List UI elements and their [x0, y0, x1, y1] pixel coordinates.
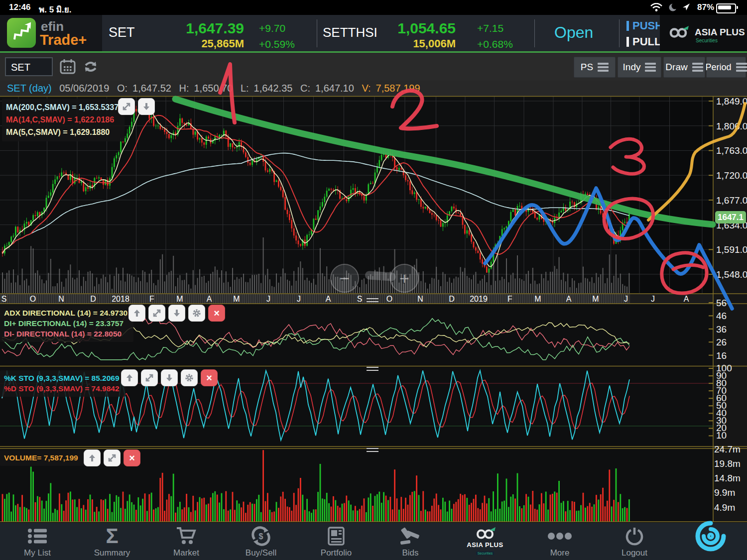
app-logo: efin Trade+	[0, 15, 102, 51]
open-value: 1,647.52	[132, 83, 171, 94]
volume-value: 7,587,199	[376, 83, 420, 94]
setthsi-value: 15,006M	[391, 37, 456, 50]
broker-name: ASIA PLUS	[695, 27, 745, 38]
push-button[interactable]: PUSH	[626, 19, 663, 32]
app-screen: 12:46 พ. 5 มิ.ย. 87% efin Trade+ SET 1,6…	[0, 0, 747, 560]
last-price-badge: 1647.1	[715, 211, 746, 224]
di-minus-label: DI- DIRECTIONAL (14) = 22.8050	[4, 329, 127, 339]
divider	[317, 19, 317, 47]
set-value: 25,865M	[177, 37, 244, 50]
clock: 12:46	[9, 2, 30, 12]
move-down-button[interactable]	[161, 369, 178, 386]
asiaplus-infinity-icon	[663, 24, 694, 42]
sto-k-label: %K STO (9,3,3,SMAV) = 85.2069	[4, 373, 120, 383]
volume-legend: VOLUME= 7,587,199	[0, 450, 84, 466]
move-down-button[interactable]	[168, 305, 185, 322]
ma5-label: MA(5,C,SMAV) = 1,629.1880	[6, 126, 119, 138]
wifi-icon	[650, 3, 662, 12]
svg-text:$: $	[259, 532, 263, 541]
gavel-icon	[380, 526, 440, 547]
zoom-in-button[interactable]: +	[390, 264, 419, 293]
portfolio-icon	[306, 526, 366, 547]
refresh-icon[interactable]	[83, 59, 99, 74]
settings-button[interactable]	[181, 369, 198, 386]
nav-bids[interactable]: Bids	[380, 526, 440, 558]
broker-sub: Securities	[696, 38, 718, 43]
asiaplus-logo	[455, 526, 515, 543]
nav-asiaplus[interactable]: ASIA PLUS Securities	[455, 526, 515, 557]
nav-buy-sell[interactable]: $ Buy/Sell	[231, 526, 291, 558]
setthsi-change-pct: +0.68%	[477, 38, 513, 50]
high-value: 1,650.70	[194, 83, 233, 94]
close-panel-button[interactable]: ×	[208, 305, 225, 322]
ps-button[interactable]: PS	[574, 57, 616, 78]
sigma-icon: Σ	[82, 526, 142, 547]
setthsi-price: 1,054.65	[391, 20, 456, 37]
chart-date: 05/06/2019	[59, 83, 109, 94]
divider	[534, 19, 535, 47]
ellipsis-icon	[530, 526, 590, 547]
expand-panel-button[interactable]	[118, 98, 135, 115]
menu-icon	[598, 61, 609, 73]
power-icon	[605, 526, 664, 547]
expand-panel-button[interactable]	[104, 449, 121, 466]
nav-portfolio[interactable]: Portfolio	[306, 526, 366, 558]
low-value: 1,642.35	[254, 83, 293, 94]
efin-swirl-icon	[683, 526, 738, 547]
app-header: efin Trade+ SET 1,647.39 +9.70 25,865M +…	[0, 15, 747, 51]
chart-symbol: SET (day)	[7, 83, 52, 94]
market-status: Open	[554, 23, 593, 42]
draw-button[interactable]: Draw	[663, 57, 705, 78]
settings-button[interactable]	[188, 305, 205, 322]
nav-my-list[interactable]: My List	[7, 526, 67, 558]
ohlc-info-bar: SET (day) 05/06/2019 O:1,647.52 H:1,650.…	[0, 81, 747, 96]
volume-label: VOLUME= 7,587,199	[4, 452, 78, 463]
battery-icon	[716, 3, 736, 13]
close-panel-button[interactable]: ×	[124, 449, 140, 466]
collapse-panel-button[interactable]	[138, 98, 155, 115]
setthsi-change: +7.15	[477, 22, 503, 34]
asiaplus-sub: Securities	[476, 552, 495, 555]
nav-more[interactable]: More	[530, 526, 590, 558]
sto-legend: %K STO (9,3,3,SMAV) = 85.2069 %D STO (9,…	[0, 370, 125, 397]
location-icon	[682, 3, 690, 11]
calendar-icon[interactable]	[60, 58, 76, 75]
battery-percent: 87%	[697, 2, 714, 12]
expand-panel-button[interactable]	[141, 369, 158, 386]
panel-resize-handle[interactable]	[367, 296, 378, 304]
indy-button[interactable]: Indy	[618, 57, 661, 78]
panel-resize-handle[interactable]	[367, 446, 378, 454]
logo-text-trade: Trade+	[40, 32, 87, 48]
nav-market[interactable]: Market	[156, 526, 216, 558]
ma14-label: MA(14,C,SMAV) = 1,622.0186	[6, 113, 119, 126]
period-button[interactable]: Period	[706, 57, 746, 78]
set-price: 1,647.39	[177, 20, 244, 37]
efin-active-button[interactable]	[683, 526, 738, 547]
ma200-label: MA(200,C,SMAV) = 1,653.5337	[6, 101, 119, 113]
move-up-button[interactable]	[128, 305, 145, 322]
set-symbol: SET	[109, 25, 135, 40]
cart-icon	[156, 526, 216, 547]
bottom-nav: My List Σ Summary Market $ Buy/Sell Port…	[0, 523, 747, 560]
nav-summary[interactable]: Σ Summary	[82, 526, 142, 558]
zoom-out-button[interactable]: −	[330, 264, 359, 293]
ma-legend: MA(200,C,SMAV) = 1,653.5337 MA(14,C,SMAV…	[2, 99, 124, 141]
status-date: พ. 5 มิ.ย.	[39, 2, 71, 16]
di-plus-label: DI+ DIRECTIONAL (14) = 23.3757	[4, 318, 127, 329]
menu-icon	[736, 61, 747, 73]
menu-icon	[645, 61, 656, 73]
expand-panel-button[interactable]	[148, 305, 165, 322]
broker-logo: ASIA PLUS Securities	[660, 15, 747, 51]
pull-button[interactable]: PULL	[626, 35, 661, 48]
menu-icon	[692, 61, 703, 73]
move-up-button[interactable]	[84, 449, 101, 466]
move-up-button[interactable]	[121, 369, 138, 386]
close-panel-button[interactable]: ×	[201, 369, 218, 386]
dollar-cycle-icon: $	[231, 526, 291, 547]
symbol-input[interactable]: SET	[5, 57, 53, 76]
list-icon	[7, 526, 67, 547]
set-change-pct: +0.59%	[259, 38, 295, 50]
close-value: 1,647.10	[315, 83, 354, 94]
nav-logout[interactable]: Logout	[605, 526, 664, 558]
panel-resize-handle[interactable]	[367, 365, 378, 373]
